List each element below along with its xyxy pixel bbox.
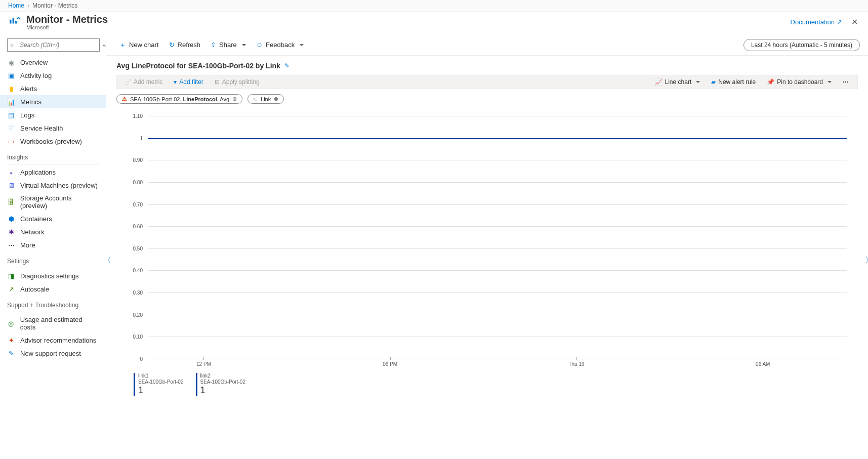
chart-more-button[interactable]: ⋯ [839, 77, 853, 87]
remove-split-icon[interactable]: ⊗ [274, 96, 278, 102]
legend-item[interactable]: link1SEA-100Gb-Port-021 [134, 373, 184, 396]
alert-icon: ▰ [711, 78, 716, 86]
sidebar-item-containers[interactable]: ⬢Containers [0, 212, 106, 225]
y-tick-label: 0.80 [133, 179, 143, 185]
refresh-icon: ↻ [169, 41, 175, 49]
sidebar-item-alerts[interactable]: ▮Alerts [0, 82, 106, 95]
section-insights: Insights [0, 148, 106, 163]
pin-icon: 📌 [767, 78, 774, 86]
breadcrumb: Home › Monitor - Metrics [0, 0, 868, 12]
add-metric-button[interactable]: ⋰ Add metric [121, 77, 167, 87]
sidebar-item-label: More [20, 241, 35, 249]
nav-icon: ⬥ [7, 168, 15, 176]
plus-icon: ＋ [119, 40, 126, 50]
sidebar-item-label: Overview [20, 59, 48, 66]
sidebar-item-workbooks-preview-[interactable]: ▭Workbooks (preview) [0, 135, 106, 148]
chart-toolbar: ⋰ Add metric ▾ Add filter ⊟ Apply splitt… [116, 75, 858, 89]
y-tick-label: 0.10 [133, 334, 143, 340]
sidebar-item-label: Containers [20, 215, 52, 223]
feedback-button[interactable]: ☺ Feedback [251, 39, 309, 51]
y-tick-label: 0.30 [133, 290, 143, 296]
legend-item[interactable]: link2SEA-100Gb-Port-021 [196, 373, 246, 396]
sidebar-collapse-button[interactable]: « [103, 42, 106, 48]
grid-line [148, 337, 847, 337]
nav-icon: ▭ [7, 137, 15, 145]
pin-dashboard-button[interactable]: 📌 Pin to dashboard [763, 77, 836, 87]
sidebar-item-label: Service Health [20, 124, 63, 132]
section-settings: Settings [0, 252, 106, 267]
sidebar-item-label: Activity log [20, 72, 52, 79]
data-line [148, 138, 847, 139]
chart-type-selector[interactable]: 📈 Line chart [651, 77, 705, 87]
prev-chart-button[interactable]: 〈 [106, 255, 111, 265]
sidebar-item-virtual-machines-preview-[interactable]: 🖥Virtual Machines (preview) [0, 179, 106, 192]
breadcrumb-current: Monitor - Metrics [32, 2, 77, 9]
split-pill[interactable]: ⊂ Link ⊗ [247, 94, 284, 104]
nav-icon: ▣ [7, 71, 15, 79]
share-button[interactable]: ⇪ Share [205, 39, 251, 51]
sidebar-item-usage-and-estimated-costs[interactable]: ◎Usage and estimated costs [0, 313, 106, 333]
metric-pill[interactable]: ⚠ SEA-100Gb-Port-02, LineProtocol, Avg ⊗ [116, 94, 242, 104]
add-filter-button[interactable]: ▾ Add filter [170, 77, 207, 87]
x-tick-label: 06 AM [756, 361, 770, 367]
sidebar-item-new-support-request[interactable]: ✎New support request [0, 347, 106, 360]
apply-splitting-button[interactable]: ⊟ Apply splitting [211, 77, 264, 87]
y-tick-label: 0.40 [133, 268, 143, 273]
next-chart-button[interactable]: 〉 [865, 255, 868, 265]
share-icon: ⇪ [211, 41, 216, 49]
y-tick-label: 1 [140, 135, 143, 141]
grid-line [148, 248, 847, 249]
nav-icon: ◉ [7, 58, 15, 66]
x-tick-label: Thu 19 [568, 361, 584, 367]
sidebar-item-metrics[interactable]: 📊Metrics [0, 95, 106, 108]
nav-icon: ✦ [7, 336, 15, 344]
sidebar-item-storage-accounts-preview-[interactable]: 🗄Storage Accounts (preview) [0, 192, 106, 212]
nav-icon: 🖥 [7, 181, 15, 189]
chart-plot-area[interactable]: 1.1010.900.800.700.600.500.400.300.200.1… [128, 116, 847, 369]
sidebar-item-label: Metrics [20, 98, 42, 106]
nav-icon: ↗ [7, 285, 15, 293]
nav-icon: ⋯ [7, 241, 15, 249]
chart-title: Avg LineProtocol for SEA-100Gb-Port-02 b… [116, 62, 280, 70]
x-tick-label: 06 PM [383, 361, 397, 367]
sidebar-item-autoscale[interactable]: ↗Autoscale [0, 282, 106, 296]
new-alert-button[interactable]: ▰ New alert rule [707, 77, 760, 87]
chart-container: 〈 〉 Avg LineProtocol for SEA-100Gb-Port-… [106, 56, 868, 459]
grid-line [148, 359, 847, 359]
sidebar-item-service-health[interactable]: ♡Service Health [0, 121, 106, 135]
nav-icon: ◎ [7, 319, 15, 327]
nav-icon: ✎ [7, 349, 15, 357]
search-input[interactable] [7, 38, 100, 52]
sidebar-item-advisor-recommendations[interactable]: ✦Advisor recommendations [0, 333, 106, 347]
grid-line [148, 182, 847, 183]
search-icon: ⌕ [10, 41, 14, 48]
sidebar-item-more[interactable]: ⋯More [0, 238, 106, 252]
sidebar-item-label: New support request [20, 350, 81, 357]
close-button[interactable]: ✕ [849, 15, 860, 29]
refresh-button[interactable]: ↻ Refresh [164, 39, 206, 51]
documentation-link[interactable]: Documentation ↗ [791, 18, 842, 26]
time-range-selector[interactable]: Last 24 hours (Automatic - 5 minutes) [743, 39, 860, 51]
remove-metric-icon[interactable]: ⊗ [232, 96, 237, 102]
nav-icon: ♡ [7, 124, 15, 132]
y-tick-label: 0 [140, 356, 143, 362]
sidebar-item-applications[interactable]: ⬥Applications [0, 165, 106, 179]
breadcrumb-home[interactable]: Home [8, 2, 24, 9]
edit-title-button[interactable]: ✎ [284, 62, 290, 69]
sidebar-item-label: Workbooks (preview) [20, 138, 82, 145]
section-support: Support + Troubleshooting [0, 296, 106, 311]
new-chart-button[interactable]: ＋ New chart [114, 38, 164, 52]
sidebar: ⌕ « ◉Overview▣Activity log▮Alerts📊Metric… [0, 34, 106, 459]
sidebar-item-diagnostics-settings[interactable]: ◨Diagnostics settings [0, 269, 106, 282]
sidebar-item-label: Diagnostics settings [20, 272, 79, 280]
sidebar-item-network[interactable]: ✱Network [0, 225, 106, 238]
page-header: Monitor - Metrics Microsoft Documentatio… [0, 12, 868, 34]
sidebar-item-activity-log[interactable]: ▣Activity log [0, 69, 106, 82]
warning-icon: ⚠ [122, 96, 127, 102]
nav-icon: ◨ [7, 272, 15, 280]
y-tick-label: 1.10 [133, 113, 143, 119]
sidebar-item-logs[interactable]: ▤Logs [0, 108, 106, 121]
sidebar-item-overview[interactable]: ◉Overview [0, 56, 106, 69]
sidebar-item-label: Storage Accounts (preview) [20, 194, 99, 210]
sidebar-item-label: Alerts [20, 85, 37, 93]
